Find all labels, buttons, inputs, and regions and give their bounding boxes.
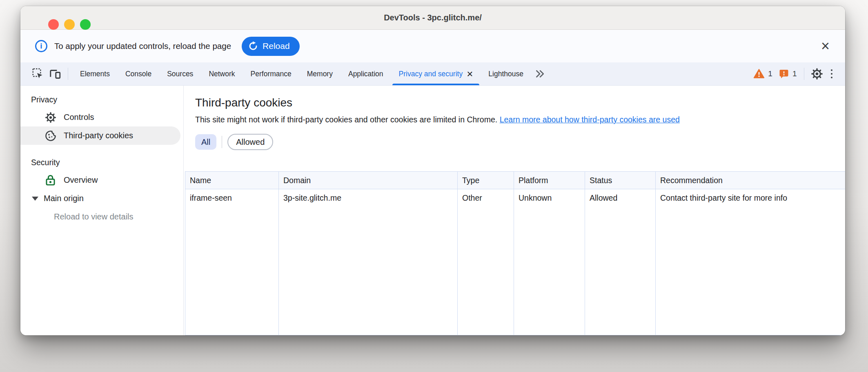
column-header-domain[interactable]: Domain xyxy=(279,172,458,189)
cell-status[interactable]: Allowed xyxy=(585,189,656,335)
tab-application[interactable]: Application xyxy=(341,62,391,85)
issue-count: 1 xyxy=(792,69,797,78)
more-tabs-icon xyxy=(534,68,545,80)
column-header-type[interactable]: Type xyxy=(458,172,514,189)
sidebar-item-controls[interactable]: Controls xyxy=(20,108,183,126)
cookies-table: Name Domain Type Platform Status Recomme… xyxy=(185,171,845,335)
column-header-name[interactable]: Name xyxy=(185,172,279,189)
info-icon: i xyxy=(35,40,47,52)
lock-icon xyxy=(44,174,57,186)
tab-sources[interactable]: Sources xyxy=(159,62,201,85)
tab-lighthouse[interactable]: Lighthouse xyxy=(481,62,531,85)
sidebar-gap xyxy=(20,145,183,154)
cell-recommendation[interactable]: Contact third-party site for more info xyxy=(656,189,846,335)
customize-devtools-button[interactable] xyxy=(826,69,838,79)
reload-to-view-note: Reload to view details xyxy=(20,208,183,226)
close-window-button[interactable] xyxy=(48,19,59,30)
filter-chip-allowed[interactable]: Allowed xyxy=(227,134,273,150)
toolbar-divider xyxy=(68,68,68,80)
maximize-window-button[interactable] xyxy=(80,19,91,30)
reload-button-label: Reload xyxy=(263,41,290,51)
page-description: This site might not work if third-party … xyxy=(195,115,845,124)
toggle-device-toolbar-button[interactable] xyxy=(47,62,64,85)
window-controls xyxy=(48,19,91,30)
sidebar-item-overview[interactable]: Overview xyxy=(20,171,183,189)
table-header-row: Name Domain Type Platform Status Recomme… xyxy=(185,172,846,189)
devtools-toolbar: Elements Console Sources Network Perform… xyxy=(20,62,845,86)
sidebar-item-label: Controls xyxy=(64,113,94,122)
sidebar-item-label: Main origin xyxy=(44,194,84,203)
chip-divider xyxy=(222,136,222,148)
title-bar: DevTools - 3pc.glitch.me/ xyxy=(20,6,845,30)
cell-platform[interactable]: Unknown xyxy=(514,189,585,335)
issues-bubble-icon xyxy=(778,68,790,80)
learn-more-link[interactable]: Learn more about how third-party cookies… xyxy=(500,115,680,124)
tab-privacy-and-security[interactable]: Privacy and security × xyxy=(391,62,481,85)
settings-button[interactable] xyxy=(808,67,826,80)
infobar-close-icon[interactable]: × xyxy=(821,39,830,53)
infobar-message: To apply your updated controls, reload t… xyxy=(54,41,231,51)
tab-elements[interactable]: Elements xyxy=(72,62,118,85)
tab-network[interactable]: Network xyxy=(201,62,243,85)
warnings-badge[interactable]: 1 xyxy=(753,68,772,80)
issues-badge[interactable]: 1 xyxy=(778,68,797,80)
warning-triangle-icon xyxy=(753,68,765,80)
sidebar-item-third-party-cookies[interactable]: Third-party cookies xyxy=(20,126,180,145)
toolbar-right-controls: 1 1 xyxy=(750,62,845,85)
toolbar-divider xyxy=(804,68,804,80)
warning-count: 1 xyxy=(768,69,772,78)
inspect-element-button[interactable] xyxy=(29,62,47,85)
page-title: Third-party cookies xyxy=(195,96,845,109)
tab-memory[interactable]: Memory xyxy=(299,62,341,85)
tab-console[interactable]: Console xyxy=(118,62,159,85)
gear-icon xyxy=(810,67,823,80)
device-toolbar-icon xyxy=(49,68,61,80)
filter-chips: All Allowed xyxy=(195,134,845,150)
tab-performance[interactable]: Performance xyxy=(243,62,299,85)
table-row[interactable]: iframe-seen 3p-site.glitch.me Other Unkn… xyxy=(185,189,846,335)
cell-name[interactable]: iframe-seen xyxy=(185,189,279,335)
third-party-cookies-panel: Third-party cookies This site might not … xyxy=(184,86,845,335)
cell-type[interactable]: Other xyxy=(458,189,514,335)
triangle-down-icon xyxy=(32,197,38,201)
gear-icon xyxy=(44,111,57,124)
cookie-icon xyxy=(44,129,57,142)
sidebar-item-main-origin[interactable]: Main origin xyxy=(20,189,183,208)
sidebar-item-label: Third-party cookies xyxy=(64,131,133,140)
close-tab-icon[interactable]: × xyxy=(467,69,473,79)
column-header-platform[interactable]: Platform xyxy=(514,172,585,189)
window-title: DevTools - 3pc.glitch.me/ xyxy=(384,13,482,22)
filter-chip-all[interactable]: All xyxy=(195,134,216,150)
panel-content: Privacy xyxy=(20,86,845,335)
cell-domain[interactable]: 3p-site.glitch.me xyxy=(279,189,458,335)
more-tabs-button[interactable] xyxy=(531,62,548,85)
privacy-security-sidebar: Privacy xyxy=(20,86,184,335)
sidebar-section-security: Security xyxy=(20,154,183,171)
sidebar-section-privacy: Privacy xyxy=(20,91,183,108)
column-header-status[interactable]: Status xyxy=(585,172,656,189)
sidebar-item-label: Overview xyxy=(64,175,98,185)
minimize-window-button[interactable] xyxy=(64,19,75,30)
inspect-cursor-icon xyxy=(32,68,44,80)
reload-icon xyxy=(248,41,258,51)
panel-tabs: Elements Console Sources Network Perform… xyxy=(72,62,531,85)
reload-infobar: i To apply your updated controls, reload… xyxy=(20,30,845,62)
devtools-window: DevTools - 3pc.glitch.me/ i To apply you… xyxy=(20,6,845,335)
reload-button[interactable]: Reload xyxy=(242,37,300,56)
column-header-recommendation[interactable]: Recommendation xyxy=(656,172,846,189)
